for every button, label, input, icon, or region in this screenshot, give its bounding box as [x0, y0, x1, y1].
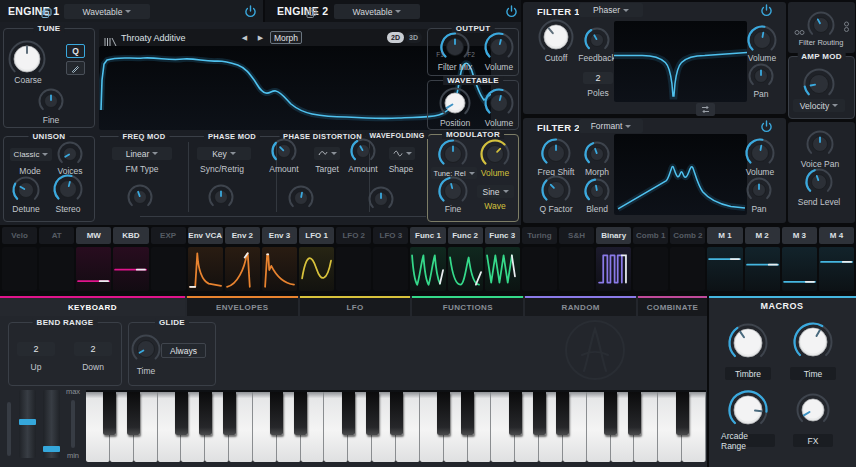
- mod-source-thumbnail[interactable]: [707, 247, 742, 291]
- fm-type-dropdown[interactable]: Linear: [112, 147, 172, 160]
- piano-black-key[interactable]: [533, 392, 546, 435]
- piano-black-key[interactable]: [509, 392, 522, 435]
- mod-source-tab-at[interactable]: AT: [39, 227, 74, 244]
- macro3-knob[interactable]: [728, 390, 769, 431]
- mod-source-thumbnail[interactable]: [2, 247, 37, 291]
- mod-source-thumbnail[interactable]: [151, 247, 186, 291]
- mod-source-tab-lfo-3[interactable]: LFO 3: [373, 227, 408, 244]
- engine1-power-icon[interactable]: [244, 4, 257, 22]
- modulator-volume-knob[interactable]: [480, 139, 511, 170]
- piano-black-key[interactable]: [556, 392, 569, 435]
- mod-source-thumbnail[interactable]: [299, 247, 334, 291]
- mod-source-thumbnail[interactable]: [596, 247, 631, 291]
- mod-source-tab-comb-1[interactable]: Comb 1: [633, 227, 668, 244]
- copy-icon[interactable]: [306, 5, 317, 23]
- tab-random[interactable]: RANDOM: [525, 296, 636, 316]
- view-3d-toggle[interactable]: 3D: [405, 32, 422, 43]
- mod-source-thumbnail[interactable]: [262, 247, 297, 291]
- mod-source-thumbnail[interactable]: [819, 247, 854, 291]
- piano-keyboard[interactable]: [86, 390, 706, 462]
- voice-pan-knob[interactable]: [806, 130, 835, 159]
- piano-black-key[interactable]: [127, 392, 140, 435]
- pd-mod-knob[interactable]: [288, 185, 315, 212]
- filter1-type-dropdown[interactable]: Phaser: [579, 3, 643, 17]
- fine-knob[interactable]: [38, 88, 65, 115]
- send-level-knob[interactable]: [805, 168, 834, 197]
- morph-button[interactable]: Morph: [270, 31, 302, 44]
- piano-black-key[interactable]: [461, 392, 474, 435]
- position-knob[interactable]: [439, 87, 472, 120]
- mod-source-tab-kbd[interactable]: KBD: [113, 227, 148, 244]
- mod-source-tab-func-3[interactable]: Func 3: [485, 227, 520, 244]
- glide-always-button[interactable]: Always: [161, 343, 206, 358]
- mod-source-tab-exp[interactable]: EXP: [151, 227, 186, 244]
- mod-source-thumbnail[interactable]: [410, 247, 445, 291]
- piano-black-key[interactable]: [437, 392, 450, 435]
- output-volume-knob[interactable]: [484, 32, 515, 63]
- tab-keyboard[interactable]: KEYBOARD: [0, 296, 185, 316]
- glide-time-knob[interactable]: [131, 334, 162, 365]
- wavefold-amount-knob[interactable]: [350, 138, 377, 165]
- freq-mod-amount-knob[interactable]: [127, 184, 154, 211]
- piano-black-key[interactable]: [175, 392, 188, 435]
- bend-up-selector[interactable]: 2: [17, 342, 55, 356]
- tab-envelopes[interactable]: ENVELOPES: [187, 296, 298, 316]
- mod-source-thumbnail[interactable]: [373, 247, 408, 291]
- mod-source-thumbnail[interactable]: [39, 247, 74, 291]
- wavetable-next-button[interactable]: ▶: [254, 31, 267, 44]
- phase-mod-amount-knob[interactable]: [208, 184, 235, 211]
- piano-black-key[interactable]: [604, 392, 617, 435]
- unison-mode-dropdown[interactable]: Classic: [10, 148, 52, 161]
- wavefold-shape-dropdown[interactable]: [389, 147, 415, 160]
- mod-source-tab-velo[interactable]: Velo: [2, 227, 37, 244]
- mod-source-tab-m-3[interactable]: M 3: [782, 227, 817, 244]
- voices-knob[interactable]: [57, 141, 84, 168]
- freq-shift-knob[interactable]: [541, 138, 572, 169]
- cutoff-knob[interactable]: [538, 19, 575, 56]
- mod-source-thumbnail[interactable]: [225, 247, 260, 291]
- mod-source-thumbnail[interactable]: [188, 247, 223, 291]
- filter2-pan-knob[interactable]: [746, 177, 773, 204]
- bend-down-selector[interactable]: 2: [74, 342, 112, 356]
- copy-icon[interactable]: [41, 5, 52, 23]
- filter1-pan-knob[interactable]: [748, 63, 775, 90]
- macro2-knob[interactable]: [793, 322, 834, 363]
- velocity-range-slider[interactable]: [71, 400, 75, 448]
- piano-black-key[interactable]: [223, 392, 236, 435]
- mod-source-thumbnail[interactable]: [670, 247, 705, 291]
- macro1-knob[interactable]: [728, 323, 769, 364]
- stereo-knob[interactable]: [53, 174, 84, 205]
- mod-source-tab-env-2[interactable]: Env 2: [225, 227, 260, 244]
- mod-source-tab-m-4[interactable]: M 4: [819, 227, 854, 244]
- q-factor-knob[interactable]: [541, 175, 572, 206]
- mod-source-thumbnail[interactable]: [522, 247, 557, 291]
- mod-source-thumbnail[interactable]: [336, 247, 371, 291]
- tab-functions[interactable]: FUNCTIONS: [412, 296, 523, 316]
- sync-retrig-dropdown[interactable]: Key: [197, 147, 251, 160]
- piano-black-key[interactable]: [342, 392, 355, 435]
- mod-source-tab-m-1[interactable]: M 1: [707, 227, 742, 244]
- mod-source-tab-lfo-1[interactable]: LFO 1: [299, 227, 334, 244]
- piano-black-key[interactable]: [366, 392, 379, 435]
- edit-pencil-button[interactable]: [66, 61, 85, 75]
- filter2-volume-knob[interactable]: [745, 138, 776, 169]
- mod-source-tab-s-h[interactable]: S&H: [559, 227, 594, 244]
- mod-source-thumbnail[interactable]: [745, 247, 780, 291]
- mod-source-tab-mw[interactable]: MW: [76, 227, 111, 244]
- mod-source-tab-binary[interactable]: Binary: [596, 227, 631, 244]
- piano-black-key[interactable]: [270, 392, 283, 435]
- filter2-power-icon[interactable]: [760, 119, 773, 137]
- filter1-power-icon[interactable]: [760, 3, 773, 21]
- view-2d-toggle[interactable]: 2D: [387, 32, 404, 43]
- pd-target-dropdown[interactable]: [314, 147, 340, 160]
- mod-source-thumbnail[interactable]: [633, 247, 668, 291]
- pd-amount-knob[interactable]: [271, 138, 298, 165]
- blend-knob[interactable]: [584, 178, 611, 205]
- tab-lfo[interactable]: LFO: [300, 296, 411, 316]
- mod-source-thumbnail[interactable]: [113, 247, 148, 291]
- filter-series-routing-button[interactable]: [696, 103, 715, 116]
- amp-mod-source-dropdown[interactable]: Velocity: [793, 99, 845, 112]
- mod-source-tab-env-vca[interactable]: Env VCA: [188, 227, 223, 244]
- coarse-knob[interactable]: [8, 40, 47, 79]
- macro4-knob[interactable]: [796, 393, 831, 428]
